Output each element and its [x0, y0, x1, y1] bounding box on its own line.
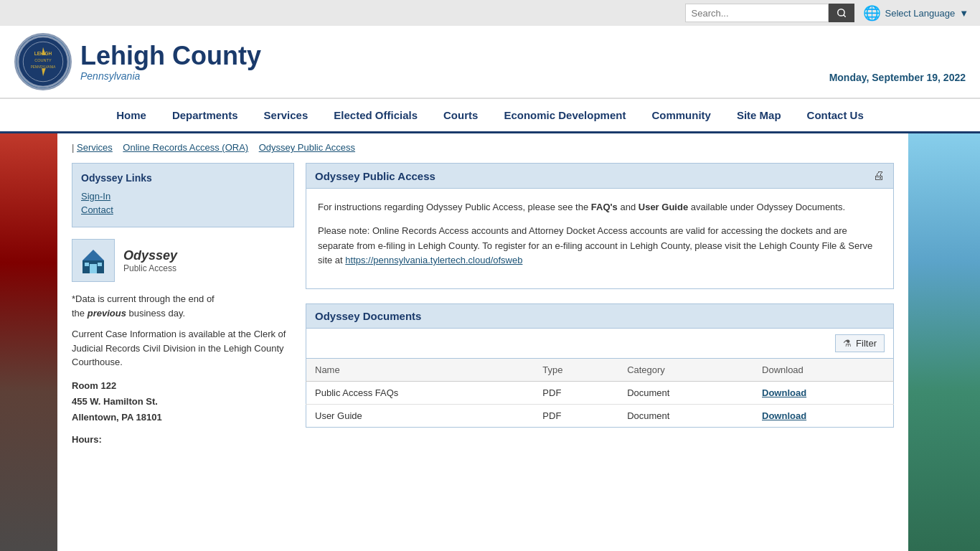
globe-icon: 🌐	[863, 4, 881, 22]
search-container	[685, 4, 854, 22]
public-access-header: Odyssey Public Access 🖨	[306, 163, 894, 189]
left-photo-strip	[0, 133, 57, 551]
nav-departments[interactable]: Departments	[159, 99, 251, 131]
print-icon[interactable]: 🖨	[873, 169, 885, 182]
sidebar-contact-link[interactable]: Contact	[81, 204, 285, 215]
search-icon	[837, 8, 847, 18]
breadcrumb-separator: |	[72, 142, 77, 153]
nav-economic-development[interactable]: Economic Development	[491, 99, 639, 131]
filter-label: Filter	[856, 338, 877, 349]
search-input[interactable]	[685, 4, 829, 22]
svg-text:COUNTY: COUNTY	[34, 58, 52, 62]
sidebar-links-title: Odyssey Links	[81, 172, 285, 184]
row2-download-link[interactable]: Download	[762, 410, 806, 421]
col-download: Download	[753, 359, 893, 382]
row1-download: Download	[753, 382, 893, 405]
nav-community[interactable]: Community	[639, 99, 724, 131]
row2-download: Download	[753, 405, 893, 428]
breadcrumb-odyssey[interactable]: Odyssey Public Access	[259, 142, 355, 153]
county-seal: LEHIGH COUNTY PENNSYLVANIA	[14, 33, 72, 90]
site-subtitle: Pennsylvania	[80, 70, 140, 82]
header-date: Monday, September 19, 2022	[829, 72, 966, 90]
main-content-area: | Services Online Records Access (ORA) O…	[57, 133, 908, 551]
main-nav: Home Departments Services Elected Offici…	[0, 99, 980, 133]
table-header: Name Type Category Download	[306, 359, 894, 382]
city-state: Allentown, PA 18101	[72, 410, 294, 425]
nav-courts[interactable]: Courts	[430, 99, 491, 131]
odyssey-label-container: Odyssey Public Access	[123, 248, 177, 273]
breadcrumb-ora[interactable]: Online Records Access (ORA)	[123, 142, 248, 153]
breadcrumb: | Services Online Records Access (ORA) O…	[72, 142, 894, 153]
nav-elected-officials[interactable]: Elected Officials	[321, 99, 430, 131]
table-row: User Guide PDF Document Download	[306, 405, 894, 428]
table-header-row: Name Type Category Download	[306, 359, 894, 382]
breadcrumb-services[interactable]: Services	[77, 142, 113, 153]
filter-button[interactable]: ⚗ Filter	[835, 334, 885, 352]
svg-rect-9	[90, 264, 97, 273]
nav-services[interactable]: Services	[251, 99, 321, 131]
documents-table: Name Type Category Download Public Acces…	[306, 358, 894, 428]
user-guide-bold: User Guide	[639, 202, 688, 212]
odyssey-icon-box: Odyssey Public Access	[72, 239, 294, 282]
main-panel: Odyssey Public Access 🖨 For instructions…	[306, 163, 894, 445]
row1-name: Public Access FAQs	[306, 382, 534, 405]
odyssey-icon	[72, 239, 115, 282]
public-access-title: Odyssey Public Access	[315, 170, 435, 182]
odyssey-label: Odyssey	[123, 248, 177, 263]
hours-label: Hours:	[72, 434, 294, 445]
table-body: Public Access FAQs PDF Document Download…	[306, 382, 894, 428]
svg-rect-11	[98, 263, 102, 266]
search-button[interactable]	[829, 4, 854, 22]
site-title: Lehigh County	[80, 42, 261, 70]
odyssey-sublabel: Public Access	[123, 263, 177, 273]
room-number: Room 122	[72, 378, 294, 394]
documents-header: Odyssey Documents	[306, 303, 894, 329]
nav-contact-us[interactable]: Contact Us	[794, 99, 877, 131]
row1-category: Document	[618, 382, 753, 405]
top-bar: 🌐 Select Language ▼	[0, 0, 980, 26]
ofsweb-link[interactable]: https://pennsylvania.tylertech.cloud/ofs…	[345, 255, 522, 265]
svg-rect-10	[85, 263, 89, 266]
sidebar: Odyssey Links Sign-In Contact	[72, 163, 294, 445]
row2-name: User Guide	[306, 405, 534, 428]
col-name: Name	[306, 359, 534, 382]
nav-home[interactable]: Home	[103, 99, 159, 131]
faqs-bold: FAQ's	[591, 202, 618, 212]
sidebar-sign-in-link[interactable]: Sign-In	[81, 191, 285, 202]
public-access-para2: Please note: Online Records Access accou…	[318, 224, 882, 268]
sidebar-data-note: *Data is current through the end of the …	[72, 292, 294, 369]
col-category: Category	[618, 359, 753, 382]
svg-marker-8	[83, 250, 104, 260]
sidebar-address: Room 122 455 W. Hamilton St. Allentown, …	[72, 378, 294, 425]
content-wrapper: | Services Online Records Access (ORA) O…	[0, 133, 980, 551]
row1-type: PDF	[534, 382, 618, 405]
odyssey-links-box: Odyssey Links Sign-In Contact	[72, 163, 294, 227]
row2-category: Document	[618, 405, 753, 428]
col-type: Type	[534, 359, 618, 382]
documents-title: Odyssey Documents	[315, 310, 421, 322]
right-photo-strip	[908, 133, 980, 551]
content-inner: Odyssey Links Sign-In Contact	[72, 163, 894, 445]
site-header: LEHIGH COUNTY PENNSYLVANIA Lehigh County…	[0, 26, 980, 99]
filter-bar: ⚗ Filter	[306, 329, 894, 358]
public-access-para1: For instructions regarding Odyssey Publi…	[318, 200, 882, 215]
dropdown-arrow-icon: ▼	[959, 8, 969, 19]
row2-type: PDF	[534, 405, 618, 428]
logo-area: LEHIGH COUNTY PENNSYLVANIA Lehigh County…	[14, 33, 261, 90]
language-selector[interactable]: 🌐 Select Language ▼	[863, 4, 969, 22]
odyssey-building-icon	[79, 246, 108, 275]
public-access-content: For instructions regarding Odyssey Publi…	[306, 189, 894, 289]
language-label[interactable]: Select Language	[885, 8, 956, 19]
logo-text: Lehigh County Pennsylvania	[80, 42, 261, 82]
table-row: Public Access FAQs PDF Document Download	[306, 382, 894, 405]
filter-icon: ⚗	[843, 338, 852, 349]
row1-download-link[interactable]: Download	[762, 387, 806, 398]
street-address: 455 W. Hamilton St.	[72, 394, 294, 410]
nav-site-map[interactable]: Site Map	[724, 99, 794, 131]
